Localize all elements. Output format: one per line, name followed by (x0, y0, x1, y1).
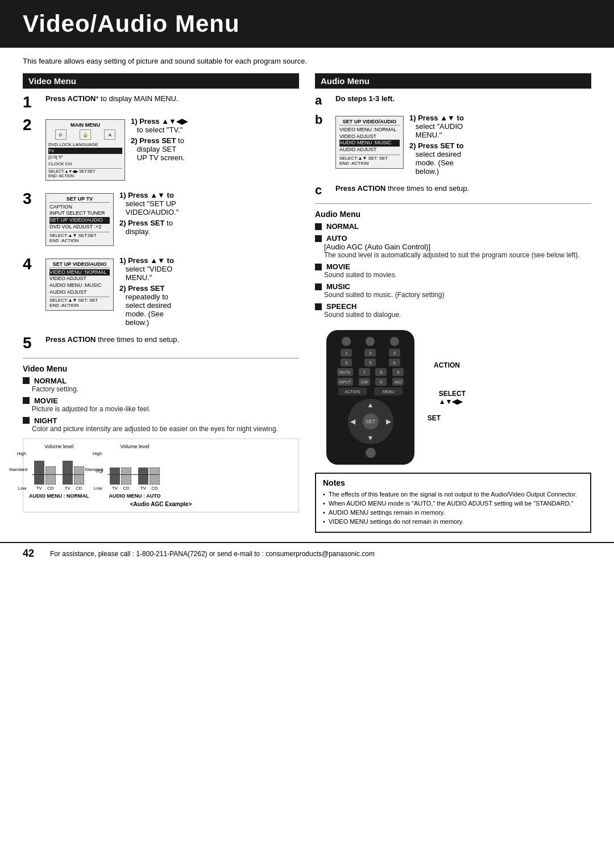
lock-icon: 🔒 (80, 130, 91, 140)
set-center-btn[interactable]: SET (363, 414, 379, 429)
audio-bullet-movie (315, 264, 322, 270)
video-movie-label: MOVIE (34, 397, 58, 405)
bar-cd: CD (45, 466, 56, 491)
page: Video/Audio Menu This feature allows eas… (0, 0, 614, 564)
step-b-content: SET UP VIDEO/AUDIO VIDEO MENU :NORMAL VI… (335, 114, 591, 177)
step-3-instructions: 1) Press ▲▼ to select "SET UP VIDEO/AUDI… (119, 191, 179, 237)
audio-speech-label: SPEECH (326, 302, 356, 311)
nav-up[interactable]: ▲ (367, 401, 374, 409)
btn-5: 5 (364, 358, 376, 366)
video-menu-desc-title: Video Menu (23, 364, 299, 373)
step-3: 3 SET UP TV CAPTION INPUT SELECT TUNER S… (23, 191, 299, 249)
note-1: The effects of this feature on the signa… (323, 491, 583, 498)
action-btn[interactable]: ACTION (338, 387, 367, 395)
nav-right[interactable]: ▶ (386, 418, 391, 425)
input-btn: INPUT (337, 378, 353, 386)
step-4: 4 SET UP VIDEO/AUDIO VIDEO MENU :NORMAL … (23, 256, 299, 328)
step-5: 5 Press ACTION three times to end setup. (23, 335, 299, 351)
step-1-number: 1 (23, 94, 41, 110)
set-up-tv-screen: SET UP TV CAPTION INPUT SELECT TUNER SET… (45, 193, 114, 246)
notes-box: Notes The effects of this feature on the… (315, 473, 591, 533)
audio-auto-desc: The sound level is automatically adjuste… (324, 251, 591, 259)
bullet-night (23, 417, 30, 424)
video-normal-label: NORMAL (34, 377, 67, 385)
audio-menu-desc-title: Audio Menu (315, 210, 591, 219)
audio-menu-header: Audio Menu (315, 73, 591, 89)
btn-9: 9 (392, 368, 404, 376)
btn-4: 4 (341, 358, 352, 366)
intro-text: This feature allows easy setting of pict… (0, 57, 614, 73)
video-menu-column: Video Menu 1 Press ACTION* to display MA… (23, 73, 299, 533)
audio-normal-label: NORMAL (326, 222, 359, 231)
video-night-label: NIGHT (34, 416, 57, 425)
audio-auto-label: AUTO (326, 234, 347, 243)
btn-0: 0 (375, 378, 387, 386)
video-night-item: NIGHT Color and picture intensity are ad… (23, 416, 299, 433)
bar-cd2: CD (74, 466, 84, 491)
bar-tv2-auto: TV (138, 468, 148, 491)
audio-music-label: MUSIC (326, 282, 350, 291)
step-b-letter: b (315, 114, 331, 126)
audio-speech-item: SPEECH Sound suited to dialogue. (315, 302, 591, 319)
step-1: 1 Press ACTION* to display MAIN MENU. (23, 94, 299, 110)
step-2: 2 MAIN MENU ⊙ 🔒 A DVD LOCK LANGUAGE (23, 117, 299, 184)
nav-down[interactable]: ▼ (367, 434, 374, 442)
step-2-number: 2 (23, 117, 41, 133)
note-2: When AUDIO MENU mode is "AUTO," the AUDI… (323, 500, 583, 507)
nav-left[interactable]: ◀ (350, 418, 355, 425)
step-4-number: 4 (23, 256, 41, 272)
divider-2 (315, 203, 591, 204)
step-2-instructions: 1) Press ▲▼◀▶ to select "TV." 2) Press S… (131, 117, 188, 164)
bar-cd2-auto: CD (150, 468, 160, 491)
note-4: VIDEO MENU settings do not remain in mem… (323, 518, 583, 525)
bullet-normal (23, 377, 30, 384)
title-bar: Video/Audio Menu (0, 0, 614, 48)
step-3-number: 3 (23, 191, 41, 207)
agc-charts: Volume level High Standard Low TV (29, 444, 293, 499)
step-a-content: Do steps 1-3 left. (335, 94, 591, 105)
step-5-content: Press ACTION three times to end setup. (45, 335, 299, 345)
btn-2: 2 (364, 349, 376, 357)
audio-speech-desc: Sound suited to dialogue. (324, 311, 591, 319)
notes-list: The effects of this feature on the signa… (323, 491, 583, 525)
notes-title: Notes (323, 478, 583, 487)
step-5-number: 5 (23, 335, 41, 351)
remote-btn-top-1 (342, 337, 351, 346)
audio-bullet-music (315, 283, 322, 290)
audio-music-item: MUSIC Sound suited to music. (Factory se… (315, 282, 591, 299)
remote-btn-top-2 (366, 337, 375, 346)
audio-movie-item: MOVIE Sound suited to movies. (315, 262, 591, 279)
step-b-instructions: 1) Press ▲▼ to select "AUDIO MENU." 2) P… (409, 114, 464, 177)
btn-100: 100 (359, 378, 370, 386)
action-label: ACTION (434, 361, 460, 369)
menu-btn[interactable]: MENU (374, 387, 403, 395)
page-footer: 42 For assistance, please call : 1-800-2… (0, 542, 614, 564)
audio-normal-item: NORMAL (315, 222, 591, 231)
step-3-content: SET UP TV CAPTION INPUT SELECT TUNER SET… (45, 191, 299, 249)
audio-bullet-speech (315, 303, 322, 310)
set-label: SET (428, 414, 441, 422)
step-c-letter: c (315, 184, 331, 197)
nav-pad: SET ▲ ▼ ◀ ▶ (348, 399, 393, 444)
main-menu-screen: MAIN MENU ⊙ 🔒 A DVD LOCK LANGUAGE TV [2:… (45, 119, 125, 181)
remote-btn-bottom (366, 448, 376, 458)
audio-menu-screen: SET UP VIDEO/AUDIO VIDEO MENU :NORMAL VI… (335, 116, 404, 169)
divider-1 (23, 358, 299, 358)
video-movie-desc: Picture is adjusted for a movie-like fee… (32, 405, 299, 413)
remote-figure: 1 2 3 4 5 6 MUTE 7 8 9 (326, 330, 414, 465)
btn-3: 3 (389, 349, 400, 357)
audio-movie-label: MOVIE (326, 262, 350, 271)
agc-auto-chart: Volume level High Standard Low TV (109, 444, 161, 499)
remote-control: 1 2 3 4 5 6 MUTE 7 8 9 (326, 330, 414, 465)
main-content: Video Menu 1 Press ACTION* to display MA… (0, 73, 614, 533)
video-menu-desc: Video Menu NORMAL Factory setting. MOVIE… (23, 364, 299, 433)
auto-chart-caption: AUDIO MENU : AUTO (109, 493, 161, 499)
step-4-instructions: 1) Press ▲▼ to select "VIDEO MENU." 2) P… (119, 256, 174, 328)
agc-normal-chart: Volume level High Standard Low TV (29, 444, 89, 499)
btn-8: 8 (375, 368, 387, 376)
audio-bullet-normal (315, 223, 322, 230)
step-4-content: SET UP VIDEO/AUDIO VIDEO MENU :NORMAL VI… (45, 256, 299, 328)
select-label: SELECT▲▼◀▶ (439, 390, 466, 406)
audio-auto-item: AUTO [Audio AGC (Auto Gain Control)] The… (315, 234, 591, 259)
audio-movie-desc: Sound suited to movies. (324, 271, 591, 279)
